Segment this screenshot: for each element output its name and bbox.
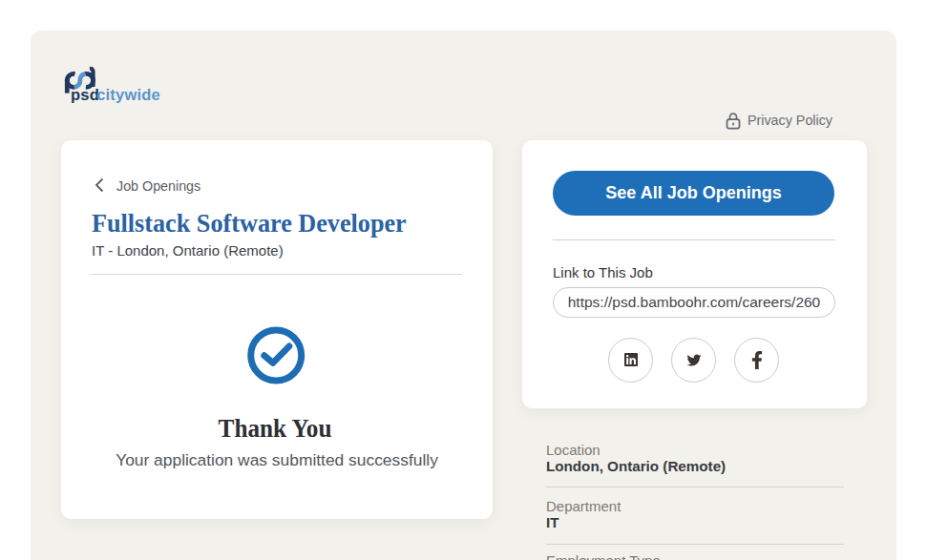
svg-text:psd: psd bbox=[71, 86, 99, 103]
svg-text:citywide: citywide bbox=[96, 86, 160, 103]
